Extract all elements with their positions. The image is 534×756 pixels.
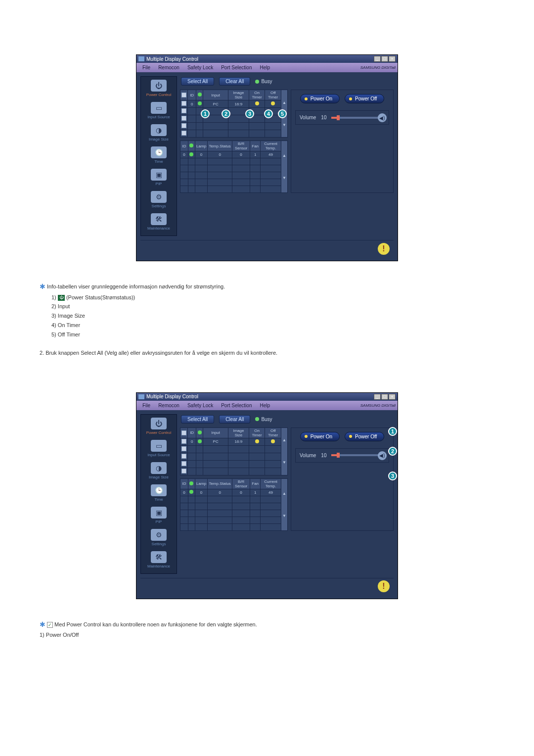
busy-dot-icon	[255, 80, 259, 84]
sidebar-item-label: PIP	[156, 182, 162, 186]
cell-lamp: 0	[195, 151, 208, 158]
status-dot-icon	[189, 481, 193, 485]
row-check[interactable]	[181, 439, 186, 444]
scrollbar[interactable]: ▲▼	[281, 141, 288, 193]
select-all-button[interactable]: Select All	[181, 77, 214, 86]
status-table: ID Lamp Temp.Status B/R Sensor Fan Curre…	[180, 478, 288, 531]
row-check[interactable]	[181, 131, 186, 136]
maximize-button[interactable]: □	[381, 394, 388, 400]
t1-l2: 2) Input	[51, 302, 499, 311]
power-off-button[interactable]: Power Off	[345, 94, 384, 103]
sidebar-item-image-size[interactable]: ◑Image Size	[143, 123, 175, 144]
sidebar-item-input-source[interactable]: ▭Input Source	[143, 101, 175, 122]
sidebar-item-input-source[interactable]: ▭Input Source	[143, 439, 175, 460]
power-on-button[interactable]: Power On	[300, 432, 340, 441]
t1-p2: 2. Bruk knappen Select All (Velg alle) e…	[40, 348, 499, 358]
app-icon	[138, 394, 144, 399]
minimize-button[interactable]: _	[374, 56, 381, 62]
th-off-timer: Off Timer	[265, 427, 281, 438]
menubar: File Remocon Safety Lock Port Selection …	[136, 63, 398, 72]
pip-icon: ▣	[151, 507, 167, 519]
row-check[interactable]	[181, 101, 186, 106]
sidebar: ⏻Power Control ▭Input Source ◑Image Size…	[140, 76, 177, 236]
sidebar-item-settings[interactable]: ⚙Settings	[143, 528, 175, 549]
clear-all-button[interactable]: Clear All	[219, 415, 250, 424]
table-row[interactable]: 0 0 0 0 1 49	[180, 151, 288, 158]
menu-safety-lock[interactable]: Safety Lock	[183, 402, 217, 409]
minimize-button[interactable]: _	[374, 394, 381, 400]
power-on-button[interactable]: Power On	[300, 94, 340, 103]
menu-help[interactable]: Help	[256, 402, 274, 409]
speaker-icon[interactable]: ◀)	[378, 113, 387, 122]
table-row[interactable]: 0 PC 16:9	[180, 100, 288, 108]
power-status-icon: ⏻	[58, 295, 65, 301]
sidebar-item-label: PIP	[156, 520, 162, 524]
menu-port-selection[interactable]: Port Selection	[217, 64, 256, 71]
sidebar-item-settings[interactable]: ⚙Settings	[143, 190, 175, 211]
sidebar-item-pip[interactable]: ▣PIP	[143, 168, 175, 189]
status-dot-icon	[198, 93, 202, 96]
check-all[interactable]: ✓	[181, 430, 186, 435]
sidebar-item-time[interactable]: 🕒Time	[143, 483, 175, 505]
row-check[interactable]	[181, 469, 186, 473]
sidebar-item-image-size[interactable]: ◑Image Size	[143, 461, 175, 482]
cell-temp-status: 0	[208, 151, 232, 158]
doc-text-2: ✱ ✓ Med Power Control kan du kontrollere…	[40, 619, 499, 640]
size-icon: ◑	[151, 124, 167, 136]
sidebar-item-pip[interactable]: ▣PIP	[143, 506, 175, 527]
status-dot-icon	[189, 152, 193, 156]
input-icon: ▭	[151, 440, 167, 452]
row-check[interactable]	[181, 123, 186, 128]
close-button[interactable]: ×	[389, 56, 396, 62]
menubar: File Remocon Safety Lock Port Selection …	[136, 401, 398, 410]
clear-all-button[interactable]: Clear All	[219, 77, 250, 86]
menu-remocon[interactable]: Remocon	[154, 64, 183, 71]
volume-slider[interactable]	[331, 454, 385, 456]
busy-label: Busy	[261, 417, 272, 422]
doc-text-1: ✱ Info-tabellen viser grunnleggende info…	[40, 281, 499, 358]
pip-icon: ▣	[151, 169, 167, 181]
row-check[interactable]	[181, 454, 186, 459]
sidebar-item-label: Settings	[152, 542, 166, 546]
speaker-icon[interactable]: ◀)	[378, 451, 387, 460]
window-controls: _ □ ×	[374, 56, 396, 62]
th-fan: Fan	[250, 478, 261, 489]
menu-remocon[interactable]: Remocon	[154, 402, 183, 409]
th-temp-status: Temp.Status	[208, 141, 232, 151]
checkbox-icon: ✓	[47, 622, 53, 628]
check-all[interactable]: ✓	[181, 93, 186, 97]
sidebar-item-time[interactable]: 🕒Time	[143, 145, 175, 167]
row-check[interactable]	[181, 461, 186, 466]
sidebar-item-power-control[interactable]: ⏻Power Control	[143, 417, 175, 438]
scrollbar[interactable]: ▲▼	[281, 427, 288, 475]
brand-label: SAMSUNG DIGITall	[360, 403, 396, 408]
titlebar: Multiple Display Control _ □ ×	[136, 393, 398, 401]
sidebar-item-power-control[interactable]: ⏻Power Control	[143, 79, 175, 100]
t1-l3: 3) Image Size	[51, 311, 499, 321]
row-check[interactable]	[181, 116, 186, 121]
row-check[interactable]	[181, 108, 186, 113]
menu-safety-lock[interactable]: Safety Lock	[183, 64, 217, 71]
close-button[interactable]: ×	[389, 394, 396, 400]
menu-port-selection[interactable]: Port Selection	[217, 402, 256, 409]
th-status	[188, 141, 195, 151]
sidebar-item-maintenance[interactable]: 🛠Maintenance	[143, 212, 175, 234]
select-all-button[interactable]: Select All	[181, 415, 214, 424]
menu-help[interactable]: Help	[256, 64, 274, 71]
toolbar: Select All Clear All Busy	[180, 76, 394, 87]
status-bar: !	[140, 240, 394, 257]
scrollbar[interactable]: ▲▼	[281, 478, 288, 530]
cell-fan: 1	[250, 151, 261, 158]
table-row[interactable]: 0 0 0 0 1 49	[180, 489, 288, 496]
callout-3: 3	[388, 472, 397, 480]
settings-icon: ⚙	[151, 191, 167, 203]
power-off-label: Power Off	[355, 434, 377, 439]
volume-slider[interactable]	[331, 117, 385, 119]
sidebar-item-maintenance[interactable]: 🛠Maintenance	[143, 550, 175, 571]
menu-file[interactable]: File	[138, 402, 154, 409]
row-check[interactable]	[181, 446, 186, 451]
maximize-button[interactable]: □	[381, 56, 388, 62]
table-row[interactable]: 0 PC 16:9	[180, 438, 288, 445]
power-off-button[interactable]: Power Off	[345, 432, 384, 441]
menu-file[interactable]: File	[138, 64, 154, 71]
